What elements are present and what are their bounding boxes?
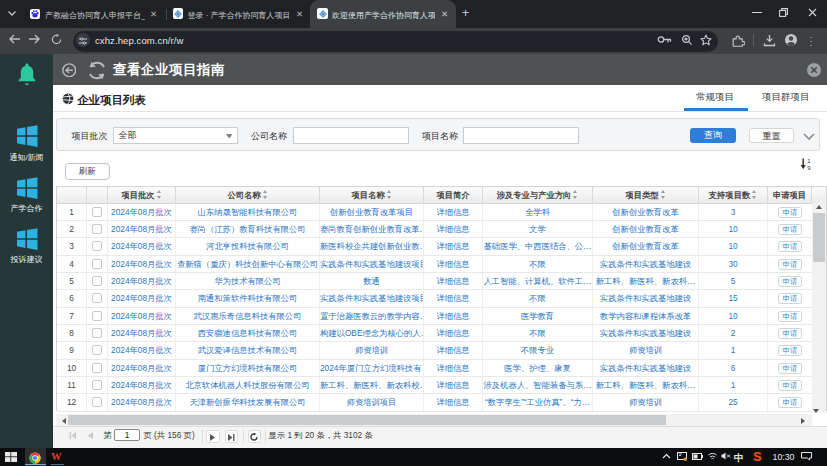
svg-text:9: 9: [807, 165, 811, 171]
svg-text:1: 1: [807, 158, 811, 164]
